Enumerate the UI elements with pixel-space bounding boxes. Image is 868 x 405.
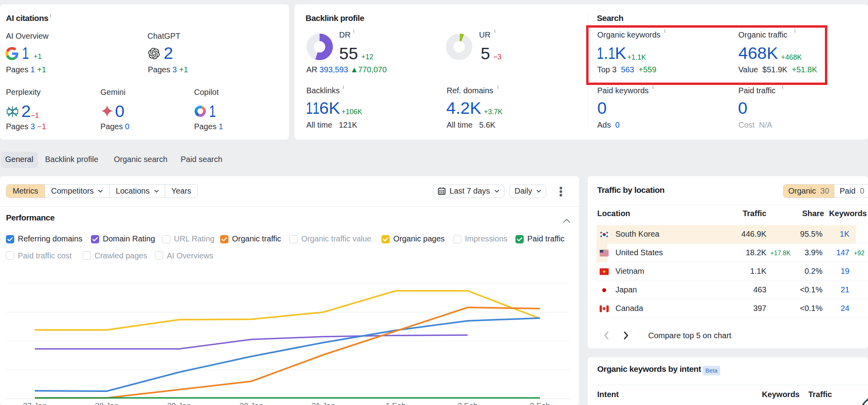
svg-text:2 Feb: 2 Feb bbox=[457, 401, 477, 405]
svg-text:1 Feb: 1 Feb bbox=[385, 401, 406, 405]
svg-text:31 Jan: 31 Jan bbox=[311, 401, 335, 405]
svg-text:29 Jan: 29 Jan bbox=[167, 401, 191, 405]
svg-text:30 Jan: 30 Jan bbox=[240, 401, 263, 405]
svg-text:27 Jan: 27 Jan bbox=[23, 401, 47, 405]
svg-text:3 Feb: 3 Feb bbox=[530, 401, 550, 405]
svg-text:28 Jan: 28 Jan bbox=[95, 401, 119, 405]
